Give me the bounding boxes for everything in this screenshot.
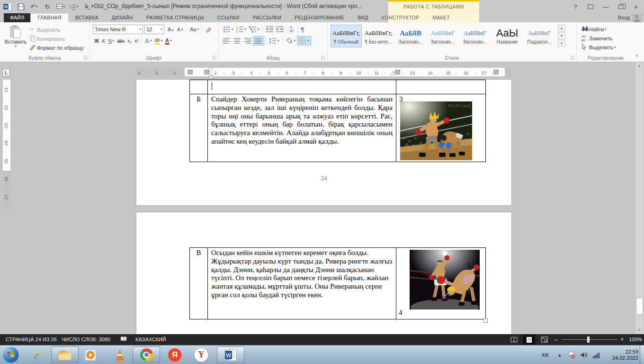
paste-button[interactable]: Вставить ▾ (4, 25, 27, 48)
italic-button[interactable]: К (100, 36, 107, 46)
web-layout-button[interactable] (538, 335, 550, 345)
align-left-button[interactable] (222, 36, 232, 46)
horizontal-ruler[interactable]: 321 234567891011121314151617 (136, 68, 511, 76)
line-spacing-button[interactable]: ▾ (268, 36, 281, 46)
taskbar-yandex-browser[interactable]: Я (165, 346, 185, 363)
tray-clock[interactable]: 22:59 24.02.2022 (602, 346, 638, 364)
strikethrough-button[interactable]: abc (116, 36, 126, 46)
row-text-cell[interactable]: Осыдан кейін ешкім күтпеген керемет оқиғ… (207, 248, 396, 319)
left-indent-marker[interactable] (209, 76, 213, 79)
shrink-font-button[interactable]: А▼ (176, 25, 185, 34)
start-button[interactable] (3, 347, 19, 363)
highlight-color-button[interactable]: ab▾ (153, 36, 164, 46)
font-family-combo[interactable]: Times New R▾ (93, 25, 143, 34)
tab-главная[interactable]: ГЛАВНАЯ (30, 13, 68, 22)
zoom-slider-thumb[interactable] (587, 337, 590, 343)
multilevel-list-button[interactable]: ▾ (248, 25, 261, 34)
row-letter-cell[interactable]: Б (190, 94, 207, 162)
save-button[interactable] (15, 1, 27, 12)
align-center-button[interactable] (232, 36, 242, 46)
styles-dialog-launcher[interactable]: ↘ (571, 56, 575, 60)
align-right-button[interactable] (242, 36, 253, 46)
show-marks-button[interactable]: ¶ (299, 25, 305, 34)
styles-more-button[interactable]: ⇟ (558, 40, 565, 47)
table-column-marker[interactable] (395, 70, 400, 74)
zoom-in-button[interactable]: + (620, 336, 624, 343)
first-line-indent-marker[interactable] (208, 68, 213, 72)
show-desktop-button[interactable] (640, 346, 644, 364)
boxing-illustration-1[interactable]: BILIM Land (400, 101, 472, 160)
proofing-icon[interactable] (120, 336, 127, 342)
font-dialog-launcher[interactable]: ↘ (213, 56, 217, 60)
tray-hidden-icons-button[interactable]: ▲ (555, 346, 564, 364)
scroll-up-arrow[interactable]: ▲ (635, 62, 644, 70)
bold-button[interactable]: Ж (93, 36, 100, 46)
select-button[interactable]: Выделить▾ (581, 44, 616, 51)
tab-рассылки[interactable]: РАССЫЛКИ (246, 13, 288, 22)
cut-button[interactable]: ✂ Вырезать (29, 26, 60, 34)
page-indicator[interactable]: СТРАНИЦА 24 ИЗ 26 (6, 337, 57, 342)
taskbar-vlc[interactable] (111, 346, 129, 363)
table-row-b[interactable]: Б Спайдер Ховерти Ривераның тоқыма көйле… (190, 94, 485, 162)
scrollbar-thumb[interactable] (636, 298, 643, 315)
user-avatar[interactable] (632, 14, 642, 22)
zoom-level[interactable]: 100% (629, 337, 642, 342)
superscript-button[interactable]: x² (133, 36, 140, 46)
underline-button[interactable]: Ч▾ (107, 36, 116, 46)
restore-button[interactable] (615, 1, 627, 12)
style-card-4[interactable]: АаБбВвГЗаголово... (459, 25, 491, 47)
zoom-out-button[interactable]: − (554, 336, 558, 344)
tab-вид[interactable]: ВИД (351, 13, 375, 22)
font-size-combo[interactable]: 12▾ (144, 25, 164, 34)
clipboard-dialog-launcher[interactable]: ↘ (84, 56, 88, 60)
undo-button[interactable]: ↶▾ (28, 1, 40, 12)
tab-файл[interactable]: ФАЙЛ (4, 13, 30, 22)
shading-button[interactable]: ▾ (284, 36, 297, 46)
table-column-marker[interactable] (493, 70, 499, 74)
tab-дизайн[interactable]: ДИЗАЙН (105, 13, 140, 22)
table-row-empty[interactable] (190, 80, 485, 94)
vertical-ruler[interactable]: 21222324252627 (3, 80, 10, 210)
table-resize-handle[interactable] (483, 318, 488, 323)
clear-formatting-button[interactable] (204, 25, 213, 34)
find-button[interactable]: Найти▾ (581, 26, 607, 33)
styles-scroll-up-button[interactable]: ▲ (558, 25, 565, 32)
tab-макет[interactable]: МАКЕТ (426, 13, 456, 22)
row-media-cell[interactable]: 4 (396, 248, 485, 319)
tab-stop-selector[interactable]: L (2, 69, 10, 76)
print-layout-button[interactable] (523, 335, 535, 345)
collapse-ribbon-button[interactable]: ∧ (633, 53, 641, 60)
increase-indent-button[interactable] (275, 25, 285, 34)
tray-volume-icon[interactable] (579, 346, 589, 364)
style-card-5[interactable]: АаЫНазвание (492, 25, 523, 47)
word-count[interactable]: ЧИСЛО СЛОВ: 3080 (62, 337, 110, 342)
redo-button[interactable]: ↻ (42, 1, 53, 12)
change-case-button[interactable]: Аа▾ (188, 25, 200, 34)
taskbar-yandex[interactable]: Y (191, 346, 211, 363)
help-button[interactable]: ? (569, 1, 581, 12)
tab-разметка-страницы[interactable]: РАЗМЕТКА СТРАНИЦЫ (140, 13, 211, 22)
table-column-marker[interactable] (188, 70, 193, 74)
style-card-3[interactable]: АаБбВвГЗаголово... (427, 25, 458, 47)
table-cell[interactable] (190, 80, 207, 94)
language-indicator[interactable]: КАЗАХСКИЙ (135, 337, 166, 342)
taskbar-windows-explorer[interactable] (51, 346, 79, 363)
borders-button[interactable]: ▾ (297, 36, 311, 46)
row-media-cell[interactable]: 3 (396, 94, 485, 162)
font-color-button[interactable]: А▾ (164, 36, 173, 46)
numbering-button[interactable]: 123▾ (235, 25, 248, 34)
right-indent-marker[interactable] (390, 72, 395, 75)
styles-scroll-down-button[interactable]: ▼ (558, 32, 565, 39)
read-mode-button[interactable] (508, 335, 520, 345)
row-letter-cell[interactable]: В (190, 248, 207, 319)
style-card-0[interactable]: АаБбВвГг,¶ Обычный (331, 25, 362, 47)
hanging-indent-marker[interactable] (208, 72, 213, 75)
zoom-slider[interactable] (562, 339, 617, 340)
taskbar-chrome[interactable] (133, 346, 160, 363)
copy-button[interactable]: Копировать (29, 35, 65, 43)
grow-font-button[interactable]: А▲ (166, 25, 176, 34)
taskbar-media-player[interactable] (81, 346, 99, 363)
text-effects-button[interactable]: А▾ (143, 36, 153, 46)
subscript-button[interactable]: x₂ (126, 36, 133, 46)
table-row-v[interactable]: В Осыдан кейін ешкім күтпеген керемет оқ… (190, 248, 485, 319)
